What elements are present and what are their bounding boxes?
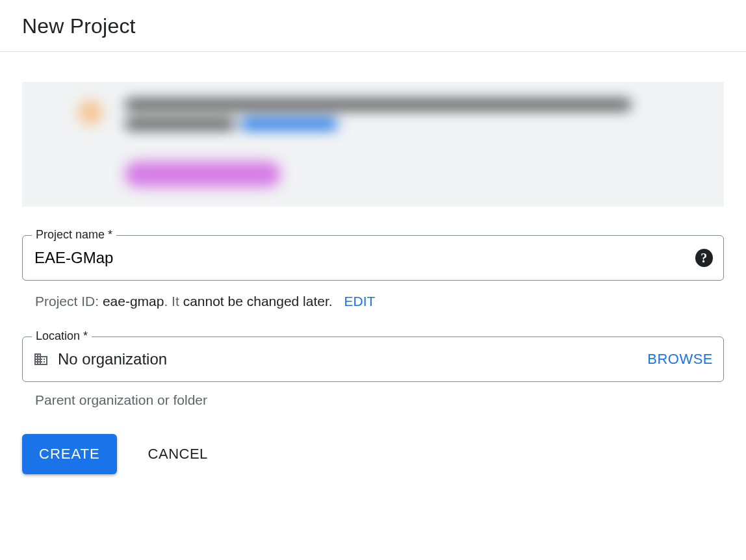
project-name-field[interactable]: Project name * ? (22, 235, 724, 281)
form-content: Project name * ? Project ID: eae-gmap. I… (0, 52, 746, 504)
browse-button[interactable]: BROWSE (647, 351, 713, 368)
project-name-input[interactable] (33, 248, 695, 268)
project-id-prefix: Project ID: (35, 294, 103, 309)
page-header: New Project (0, 0, 746, 52)
page-title: New Project (22, 14, 724, 38)
project-id-line: Project ID: eae-gmap. It cannot be chang… (35, 294, 723, 309)
cancel-button[interactable]: CANCEL (144, 445, 212, 463)
location-label: Location * (32, 329, 92, 343)
project-id-suffix1: . It (164, 294, 183, 309)
notice-icon (78, 100, 103, 125)
action-buttons: CREATE CANCEL (22, 434, 724, 474)
organization-icon (33, 351, 49, 367)
project-name-label: Project name * (32, 228, 116, 242)
notice-text-blurred (125, 99, 706, 187)
location-value: No organization (58, 350, 647, 368)
location-field[interactable]: Location * No organization BROWSE (22, 337, 724, 382)
project-id-value: eae-gmap (103, 294, 164, 309)
project-id-emph: cannot be changed later. (183, 294, 333, 309)
help-icon[interactable]: ? (695, 249, 713, 267)
edit-project-id-link[interactable]: EDIT (344, 294, 375, 309)
quota-notice (22, 82, 724, 207)
location-helper: Parent organization or folder (35, 392, 724, 408)
create-button[interactable]: CREATE (22, 434, 117, 474)
